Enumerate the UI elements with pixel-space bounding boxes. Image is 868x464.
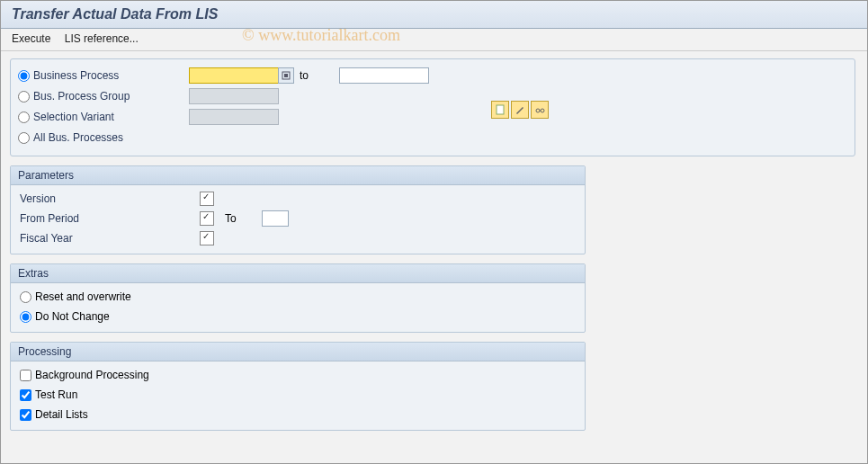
svg-point-3 — [536, 109, 540, 112]
pencil-icon — [515, 104, 525, 115]
radio-business-process[interactable]: Business Process — [18, 69, 189, 82]
radio-reset-overwrite-label: Reset and overwrite — [35, 290, 131, 303]
version-required-icon[interactable] — [200, 192, 214, 206]
selection-variant-input — [189, 109, 279, 125]
processing-header: Processing — [11, 343, 585, 361]
extras-group: Extras Reset and overwrite Do Not Change — [10, 263, 586, 333]
create-variant-button[interactable] — [491, 101, 509, 119]
checkbox-detail-lists[interactable]: Detail Lists — [20, 408, 88, 421]
execute-button[interactable]: Execute — [12, 32, 50, 45]
checkbox-background-processing[interactable]: Background Processing — [20, 369, 149, 381]
radio-selection-variant-input[interactable] — [18, 112, 30, 123]
radio-do-not-change[interactable]: Do Not Change — [20, 310, 110, 323]
from-period-required-icon[interactable] — [200, 211, 214, 226]
period-to-input[interactable] — [262, 210, 289, 227]
processing-group: Processing Background Processing Test Ru… — [10, 342, 586, 431]
radio-reset-overwrite-input[interactable] — [20, 291, 31, 303]
toolbar: Execute LIS reference... — [1, 29, 867, 51]
radio-selection-variant-label: Selection Variant — [33, 111, 114, 123]
checkbox-background-processing-input[interactable] — [20, 370, 31, 381]
radio-selection-variant[interactable]: Selection Variant — [18, 111, 189, 123]
checkbox-detail-lists-label: Detail Lists — [35, 408, 88, 421]
selection-block: Business Process to Bus. Process Group S… — [10, 58, 855, 156]
edit-variant-button[interactable] — [511, 101, 529, 119]
glasses-icon — [534, 104, 545, 115]
radio-do-not-change-input[interactable] — [20, 311, 31, 323]
radio-bus-process-group-label: Bus. Process Group — [33, 90, 130, 103]
parameters-header: Parameters — [11, 166, 585, 185]
variant-icon-row — [491, 101, 549, 119]
svg-rect-1 — [284, 74, 288, 77]
from-period-label: From Period — [20, 212, 200, 225]
fiscal-year-label: Fiscal Year — [20, 232, 200, 245]
checkbox-test-run-input[interactable] — [20, 389, 31, 401]
version-label: Version — [20, 192, 200, 205]
radio-bus-process-group[interactable]: Bus. Process Group — [18, 90, 189, 103]
content-area: Business Process to Bus. Process Group S… — [1, 51, 867, 447]
search-help-icon — [282, 71, 291, 80]
checkbox-background-processing-label: Background Processing — [35, 369, 149, 381]
display-variant-button[interactable] — [531, 101, 549, 119]
extras-header: Extras — [11, 264, 585, 283]
radio-bus-process-group-input[interactable] — [18, 91, 30, 103]
radio-all-bus-processes-input[interactable] — [18, 132, 30, 144]
title-bar: Transfer Actual Data From LIS — [1, 1, 867, 29]
business-process-to-input[interactable] — [339, 67, 429, 84]
svg-point-4 — [541, 109, 544, 112]
checkbox-test-run[interactable]: Test Run — [20, 388, 77, 401]
lis-reference-button[interactable]: LIS reference... — [65, 32, 139, 45]
radio-do-not-change-label: Do Not Change — [35, 310, 110, 323]
checkbox-test-run-label: Test Run — [35, 388, 77, 401]
document-icon — [495, 104, 506, 115]
radio-all-bus-processes-label: All Bus. Processes — [33, 131, 123, 144]
f4-help-button[interactable] — [278, 67, 294, 84]
to-label: to — [294, 69, 314, 82]
radio-reset-overwrite[interactable]: Reset and overwrite — [20, 290, 131, 303]
radio-business-process-input[interactable] — [18, 70, 30, 82]
radio-business-process-label: Business Process — [33, 69, 119, 82]
period-to-label: To — [225, 212, 237, 225]
business-process-from-input[interactable] — [189, 67, 279, 84]
checkbox-detail-lists-input[interactable] — [20, 409, 31, 421]
bus-process-group-input — [189, 88, 279, 104]
fiscal-year-required-icon[interactable] — [200, 231, 214, 245]
svg-rect-2 — [497, 105, 504, 114]
radio-all-bus-processes[interactable]: All Bus. Processes — [18, 131, 189, 144]
parameters-group: Parameters Version From Period To Fiscal… — [10, 165, 586, 254]
page-title: Transfer Actual Data From LIS — [12, 6, 218, 22]
